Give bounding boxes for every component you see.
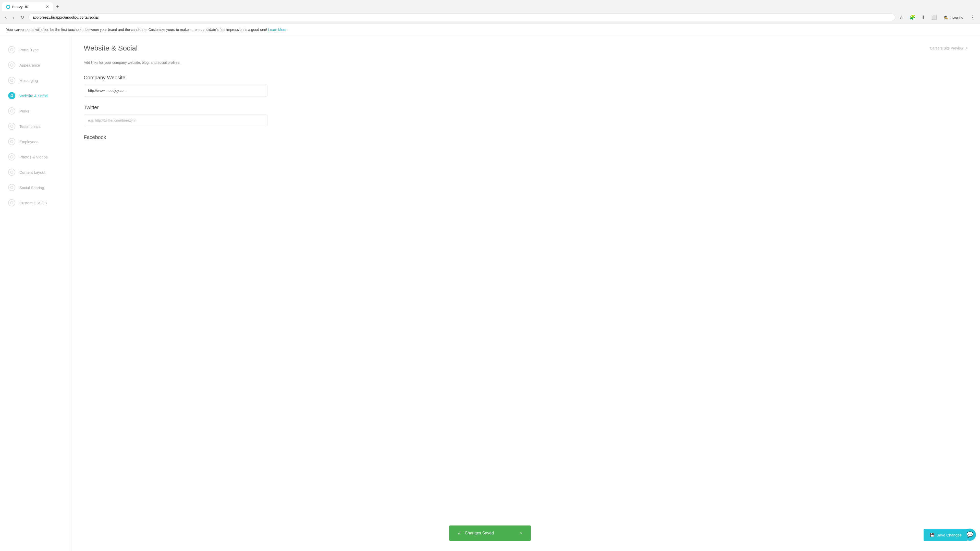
sidebar-label-employees: Employees <box>19 140 38 144</box>
external-link-icon: ↗ <box>965 46 968 50</box>
chat-button[interactable]: 💬 <box>964 529 976 541</box>
sidebar-item-messaging[interactable]: Messaging <box>0 73 71 88</box>
download-button[interactable]: ⬇ <box>919 14 927 21</box>
svg-point-9 <box>11 186 13 189</box>
address-bar[interactable]: app.breezy.hr/app/c/moodjoy/portal/socia… <box>28 14 895 21</box>
incognito-icon: 🕵️ <box>944 16 948 19</box>
tab-title: Breezy HR <box>12 5 28 9</box>
sidebar-circle-testimonials <box>8 123 15 130</box>
careers-preview-label: Careers Site Preview <box>930 46 964 50</box>
sidebar-item-content-layout[interactable]: Content Layout <box>0 165 71 180</box>
main-layout: Portal Type Appearance Messaging Website… <box>0 36 980 551</box>
sidebar-circle-social-sharing <box>8 184 15 191</box>
learn-more-link[interactable]: Learn More <box>268 27 286 32</box>
svg-point-5 <box>11 125 13 127</box>
incognito-button[interactable]: 🕵️ Incognito <box>941 14 966 21</box>
forward-button[interactable]: › <box>11 14 16 21</box>
sidebar-item-testimonials[interactable]: Testimonials <box>0 119 71 134</box>
sidebar-circle-photos-videos <box>8 153 15 160</box>
browser-nav: ‹ › ↻ app.breezy.hr/app/c/moodjoy/portal… <box>0 11 980 23</box>
svg-point-8 <box>11 171 13 173</box>
sidebar-item-perks[interactable]: Perks <box>0 103 71 119</box>
toast-message: Changes Saved <box>465 531 494 535</box>
chat-icon: 💬 <box>966 531 974 538</box>
content-header: Website & Social Careers Site Preview ↗ <box>84 44 968 52</box>
split-view-button[interactable]: ⬜ <box>929 14 939 21</box>
sidebar-label-perks: Perks <box>19 109 29 113</box>
incognito-label: Incognito <box>950 16 963 19</box>
sidebar-item-social-sharing[interactable]: Social Sharing <box>0 180 71 195</box>
twitter-heading: Twitter <box>84 105 968 110</box>
toast-close-button[interactable]: × <box>520 530 523 536</box>
page-title: Website & Social <box>84 44 138 52</box>
svg-point-4 <box>11 110 13 112</box>
sidebar: Portal Type Appearance Messaging Website… <box>0 36 72 551</box>
back-button[interactable]: ‹ <box>3 14 9 21</box>
save-changes-button[interactable]: 💾 Save Changes <box>924 529 968 541</box>
sidebar-label-photos-videos: Photos & Videos <box>19 155 48 159</box>
svg-point-6 <box>11 140 13 143</box>
svg-point-2 <box>11 64 13 66</box>
sidebar-circle-website-social <box>8 92 15 99</box>
svg-point-1 <box>11 48 13 51</box>
twitter-input[interactable] <box>84 114 267 126</box>
svg-point-7 <box>11 156 13 158</box>
active-tab[interactable]: Breezy HR ✕ <box>2 2 53 11</box>
sidebar-item-employees[interactable]: Employees <box>0 134 71 149</box>
page: Your career portal will often be the fir… <box>0 24 980 551</box>
extensions-button[interactable]: 🧩 <box>907 14 917 21</box>
new-tab-button[interactable]: + <box>54 2 61 11</box>
sidebar-item-website-social[interactable]: Website & Social <box>0 88 71 103</box>
banner-text: Your career portal will often be the fir… <box>6 27 267 32</box>
more-button[interactable]: ⋮ <box>968 14 977 21</box>
sidebar-circle-custom-css <box>8 199 15 206</box>
sidebar-label-content-layout: Content Layout <box>19 170 45 175</box>
toast-check-icon: ✓ <box>457 530 462 536</box>
tab-bar: Breezy HR ✕ + <box>0 0 980 11</box>
svg-point-0 <box>7 6 10 8</box>
sidebar-label-testimonials: Testimonials <box>19 124 41 129</box>
sidebar-label-custom-css: Custom CSS/JS <box>19 201 47 205</box>
sidebar-circle-appearance <box>8 62 15 68</box>
save-icon: 💾 <box>930 533 935 537</box>
svg-point-10 <box>11 202 13 204</box>
careers-site-preview-link[interactable]: Careers Site Preview ↗ <box>930 46 968 50</box>
sidebar-item-custom-css[interactable]: Custom CSS/JS <box>0 195 71 210</box>
sidebar-label-social-sharing: Social Sharing <box>19 186 44 190</box>
sidebar-circle-perks <box>8 107 15 114</box>
company-website-input[interactable] <box>84 85 267 97</box>
bookmark-button[interactable]: ☆ <box>897 14 905 21</box>
main-content: Website & Social Careers Site Preview ↗ … <box>72 36 980 551</box>
sidebar-circle-portal-type <box>8 46 15 53</box>
sidebar-circle-employees <box>8 138 15 145</box>
favicon <box>6 5 10 9</box>
changes-saved-toast: ✓ Changes Saved × <box>449 526 531 541</box>
sidebar-item-photos-videos[interactable]: Photos & Videos <box>0 149 71 165</box>
address-bar-url: app.breezy.hr/app/c/moodjoy/portal/socia… <box>33 15 99 19</box>
sidebar-label-messaging: Messaging <box>19 78 38 83</box>
svg-point-3 <box>11 79 13 82</box>
nav-icons: ☆ 🧩 ⬇ ⬜ 🕵️ Incognito ⋮ <box>897 14 977 21</box>
facebook-heading: Facebook <box>84 135 968 140</box>
sidebar-item-portal-type[interactable]: Portal Type <box>0 42 71 57</box>
sidebar-label-portal-type: Portal Type <box>19 48 39 52</box>
refresh-button[interactable]: ↻ <box>18 14 26 21</box>
sidebar-item-appearance[interactable]: Appearance <box>0 57 71 73</box>
sidebar-circle-content-layout <box>8 168 15 176</box>
tab-close-button[interactable]: ✕ <box>46 4 49 9</box>
sidebar-label-appearance: Appearance <box>19 63 40 67</box>
save-label: Save Changes <box>937 533 962 537</box>
browser-chrome: Breezy HR ✕ + ‹ › ↻ app.breezy.hr/app/c/… <box>0 0 980 24</box>
description-text: Add links for your company website, blog… <box>84 60 968 65</box>
sidebar-circle-messaging <box>8 77 15 84</box>
top-banner: Your career portal will often be the fir… <box>0 24 980 36</box>
sidebar-label-website-social: Website & Social <box>19 94 48 98</box>
company-website-heading: Company Website <box>84 75 968 81</box>
